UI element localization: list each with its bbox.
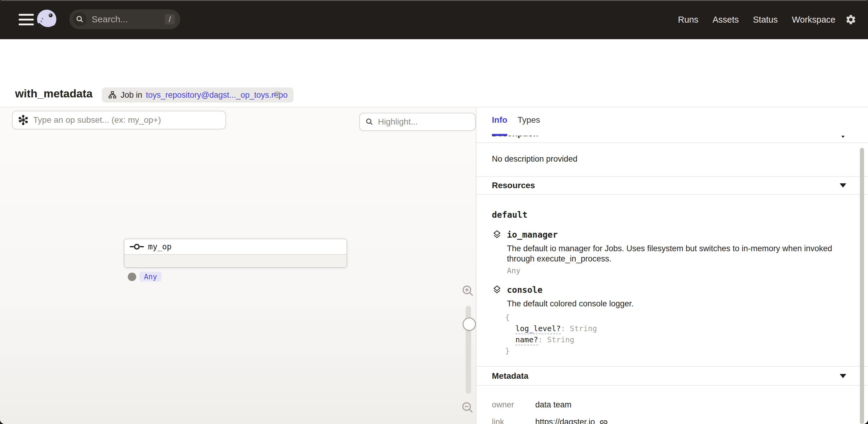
description-body: No description provided: [476, 143, 868, 176]
resource-description: The default io manager for Jobs. Uses fi…: [507, 243, 841, 264]
nav-link-status[interactable]: Status: [753, 15, 778, 25]
panel-scrollbar[interactable]: [860, 148, 864, 424]
config-field-name[interactable]: log_level?: [516, 324, 561, 334]
resource-layers-icon: [492, 285, 502, 295]
tab-info[interactable]: Info: [492, 115, 507, 136]
chevron-down-icon: [840, 183, 846, 188]
section-header-description[interactable]: Description: [476, 136, 868, 143]
metadata-key: owner: [492, 400, 535, 410]
op-output-type-tag[interactable]: Any: [140, 272, 161, 282]
resource-name: io_manager: [507, 230, 558, 240]
dagster-app-window: / Runs Assets Status Workspace with_meta…: [0, 0, 868, 424]
highlight-input[interactable]: [377, 117, 487, 127]
zoom-slider-handle[interactable]: [463, 317, 476, 331]
resource-description: The default colored console logger.: [507, 299, 841, 309]
metadata-row-owner: owner data team: [492, 400, 852, 417]
nav-link-assets[interactable]: Assets: [712, 15, 739, 25]
config-field: name?: String: [505, 334, 852, 345]
hamburger-menu-icon[interactable]: [19, 14, 34, 25]
config-field: log_level?: String: [505, 323, 852, 334]
section-title: Metadata: [492, 371, 528, 381]
metadata-table: owner data team link https://dagster.io: [476, 386, 868, 424]
op-graph-canvas[interactable]: my_op Any: [0, 108, 476, 424]
op-node-my-op[interactable]: my_op: [124, 239, 347, 268]
resource-item-console: console The default colored console logg…: [492, 285, 852, 357]
nav-link-workspace[interactable]: Workspace: [792, 15, 835, 25]
job-breadcrumb-prefix: Job in: [121, 90, 142, 100]
metadata-value: data team: [535, 400, 571, 410]
config-brace-close: }: [505, 345, 852, 357]
info-panel-scroll-area[interactable]: Description No description provided Reso…: [476, 136, 868, 424]
external-link-icon[interactable]: [599, 418, 608, 424]
tab-types[interactable]: Types: [518, 115, 540, 136]
resource-layers-icon: [492, 230, 502, 240]
section-title: Resources: [492, 181, 535, 190]
nav-links: Runs Assets Status Workspace: [678, 0, 835, 39]
top-navbar: / Runs Assets Status Workspace: [0, 0, 868, 39]
op-output-handle[interactable]: [128, 273, 136, 281]
op-subset-input[interactable]: [33, 115, 225, 125]
zoom-in-icon[interactable]: [461, 284, 475, 299]
config-field-type: : String: [538, 335, 574, 344]
config-field-type: : String: [561, 324, 597, 333]
resource-name: console: [507, 285, 542, 295]
metadata-key: link: [492, 417, 535, 424]
search-shortcut-key: /: [165, 14, 175, 24]
section-header-resources[interactable]: Resources: [476, 176, 868, 195]
highlight-filter: [359, 113, 475, 131]
settings-gear-icon[interactable]: [845, 0, 857, 39]
job-info-panel: Info Types Description No description pr…: [476, 108, 868, 424]
search-icon: [365, 118, 374, 126]
metadata-row-link: link https://dagster.io: [492, 417, 852, 424]
resources-content: default io_manager The default io manage…: [476, 210, 868, 357]
nav-link-runs[interactable]: Runs: [678, 15, 699, 25]
op-selector-icon: [18, 115, 28, 125]
op-node-name: my_op: [148, 242, 172, 251]
resource-item-io-manager: io_manager The default io manager for Jo…: [492, 230, 852, 275]
job-breadcrumb-badge: Job in toys_repository@dagst..._op_toys.…: [102, 87, 293, 102]
op-subset-filter: [12, 111, 226, 129]
op-icon: [130, 243, 144, 250]
dagster-logo-icon[interactable]: [35, 8, 59, 31]
job-graph-icon: [108, 90, 117, 99]
refresh-icon[interactable]: [272, 90, 282, 101]
global-search: /: [69, 9, 180, 29]
chevron-down-icon: [840, 136, 846, 138]
repository-link[interactable]: toys_repository@dagst..._op_toys.repo: [146, 90, 287, 100]
search-input[interactable]: [91, 14, 165, 25]
config-brace-open: {: [505, 312, 852, 323]
metadata-link[interactable]: https://dagster.io: [535, 417, 595, 424]
section-header-metadata[interactable]: Metadata: [476, 366, 868, 386]
config-field-name[interactable]: name?: [516, 335, 538, 345]
page-title: with_metadata: [15, 87, 93, 100]
chevron-down-icon: [840, 374, 846, 378]
section-title: Description: [492, 136, 538, 139]
resource-group-name: default: [492, 210, 852, 220]
op-node-body: [124, 254, 347, 267]
search-icon: [73, 12, 87, 26]
zoom-out-icon[interactable]: [461, 400, 474, 416]
info-panel-tabs: Info Types: [492, 115, 540, 136]
config-schema-block: { log_level?: String name?: String }: [505, 312, 852, 357]
page-header: with_metadata Job in toys_repository@dag…: [0, 39, 868, 108]
resource-type: Any: [507, 266, 852, 275]
